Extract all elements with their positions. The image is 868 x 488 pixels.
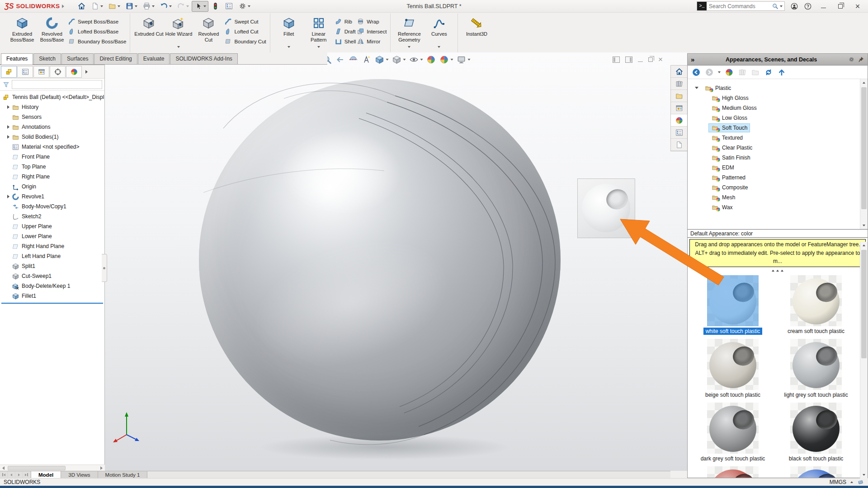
forward-dropdown-icon[interactable] (718, 71, 721, 73)
section-view-button[interactable] (349, 55, 359, 65)
new-dropdown-icon[interactable] (100, 5, 103, 7)
expand-caret-icon[interactable] (6, 204, 12, 209)
search-icon[interactable] (772, 3, 778, 9)
expand-caret-icon[interactable] (6, 135, 12, 139)
document-minimize-button[interactable] (638, 61, 643, 62)
expand-caret-icon[interactable] (6, 244, 12, 249)
instant3d-button[interactable]: Instant3D (462, 14, 491, 49)
document-close-button[interactable] (658, 56, 663, 63)
select-button[interactable] (192, 1, 208, 12)
feature-tree-item[interactable]: Fillet1 (0, 291, 104, 301)
open-appearance-folder-icon[interactable] (751, 68, 760, 77)
model-tab[interactable]: Motion Study 1 (98, 471, 148, 478)
view-settings-button[interactable] (457, 55, 471, 65)
home-button[interactable] (75, 1, 88, 12)
swept-boss-base-button[interactable]: Swept Boss/Base (68, 17, 126, 26)
appearance-subcategory[interactable]: Medium Gloss (688, 103, 868, 113)
fillet-flyout-icon[interactable] (288, 46, 290, 48)
appearance-subcategory[interactable]: Mesh (688, 192, 868, 202)
tab-dimxpert-manager[interactable] (50, 66, 66, 78)
feature-tree-item[interactable]: Sketch2 (0, 211, 104, 221)
file-properties-button[interactable] (222, 1, 236, 12)
tab-strip-expand-button[interactable] (84, 67, 90, 77)
back-button-icon[interactable] (692, 68, 701, 77)
hscroll-thumb[interactable] (8, 466, 66, 470)
tab-feature-manager-design-tree[interactable] (1, 66, 17, 78)
feature-tree-item[interactable]: Split1 (0, 261, 104, 271)
feature-tree-item[interactable]: Solid Bodies(1) (0, 132, 104, 142)
save-appearance-icon[interactable] (738, 68, 747, 77)
undo-button[interactable] (157, 1, 174, 12)
feature-tree-item[interactable]: Annotations (0, 122, 104, 132)
feature-tree-item[interactable]: History (0, 102, 104, 112)
appearance-swatch[interactable]: black soft touch plastic (776, 403, 856, 462)
feature-tree-item[interactable]: Upper Plane (0, 221, 104, 231)
expand-caret-icon[interactable] (6, 155, 12, 159)
appearance-subcategory[interactable]: High Gloss (688, 93, 868, 103)
appearance-swatch[interactable] (693, 466, 773, 478)
view-settings-dropdown-icon[interactable] (468, 59, 471, 61)
save-button[interactable] (123, 1, 140, 12)
swatch-thumbnail[interactable] (790, 275, 842, 326)
expand-caret-icon[interactable] (6, 194, 12, 199)
feature-tree-item[interactable]: Right Plane (0, 172, 104, 182)
redo-dropdown-icon[interactable] (186, 5, 189, 7)
expand-caret-icon[interactable] (6, 145, 12, 149)
rollback-bar[interactable] (1, 303, 103, 304)
shell-button[interactable]: Shell (335, 37, 356, 46)
lofted-boss-base-button[interactable]: Lofted Boss/Base (68, 27, 126, 36)
appearance-swatch[interactable]: cream soft touch plastic (776, 275, 856, 335)
redo-button[interactable] (175, 1, 191, 12)
intersect-button[interactable]: Intersect (357, 27, 387, 36)
print-dropdown-icon[interactable] (152, 5, 155, 7)
feature-tree-item[interactable]: Top Plane (0, 162, 104, 172)
expand-caret-icon[interactable] (6, 284, 12, 288)
panel-splitter-handle[interactable] (102, 254, 107, 282)
previous-tab-button[interactable] (8, 471, 15, 478)
up-one-level-icon[interactable] (777, 68, 786, 77)
lofted-cut-button[interactable]: Lofted Cut (224, 27, 266, 36)
appearance-subcategory[interactable]: Soft Touch (688, 123, 868, 133)
pane-options-gear-icon[interactable] (848, 56, 855, 63)
tab-display-manager[interactable] (66, 66, 82, 78)
feature-tree-item[interactable]: Body-Move/Copy1 (0, 202, 104, 211)
appearance-swatch[interactable]: light grey soft touch plastic (776, 339, 856, 399)
open-button[interactable] (106, 1, 123, 12)
ribbon-tab[interactable]: SOLIDWORKS Add-Ins (170, 53, 237, 64)
expand-caret-icon[interactable] (6, 294, 12, 298)
tab-view-palette[interactable] (671, 102, 687, 114)
appearance-swatch[interactable]: dark grey soft touch plastic (693, 403, 773, 462)
document-restore-button[interactable] (648, 57, 653, 62)
view-orientation-dropdown-icon[interactable] (386, 59, 389, 61)
appearance-subcategory[interactable]: Textured (688, 133, 868, 143)
hole-wizard-flyout-icon[interactable] (177, 46, 180, 48)
feature-tree-item[interactable]: Lower Plane (0, 231, 104, 241)
draft-button[interactable]: Draft (335, 27, 356, 36)
tab-custom-properties[interactable] (671, 127, 687, 139)
scroll-up-button[interactable] (860, 79, 868, 86)
boundary-boss-base-button[interactable]: Boundary Boss/Base (68, 37, 126, 46)
tree-scrollbar[interactable] (860, 79, 868, 229)
edit-appearance-button[interactable] (426, 55, 436, 65)
window-close-button[interactable] (852, 1, 863, 11)
search-commands-input[interactable] (707, 3, 772, 9)
reference-geometry-flyout-icon[interactable] (408, 46, 410, 48)
tab-design-library[interactable] (671, 78, 687, 90)
pane-left-button[interactable] (613, 56, 620, 63)
new-document-button[interactable] (89, 1, 105, 12)
solidworks-logo[interactable]: ƷS SOLIDWORKS (0, 3, 69, 10)
boundary-cut-button[interactable]: Boundary Cut (224, 37, 266, 46)
swatch-thumbnail[interactable] (707, 339, 759, 390)
extruded-boss-base-button[interactable]: Extruded Boss/Base (7, 14, 37, 49)
feature-tree-item[interactable]: Right Hand Plane (0, 241, 104, 251)
expand-caret-icon[interactable] (6, 125, 12, 129)
tab-solidworks-resources[interactable] (671, 66, 687, 78)
wrap-button[interactable]: Wrap (357, 17, 387, 26)
revolved-boss-base-button[interactable]: Revolved Boss/Base (37, 14, 67, 49)
hide-show-items-button[interactable] (409, 55, 423, 65)
previous-view-button[interactable] (335, 55, 345, 65)
feature-tree-item[interactable]: Cut-Sweep1 (0, 271, 104, 281)
apply-scene-dropdown-icon[interactable] (451, 59, 453, 61)
model-tab[interactable]: 3D Views (61, 471, 98, 478)
collapse-caret-icon[interactable] (694, 86, 700, 90)
